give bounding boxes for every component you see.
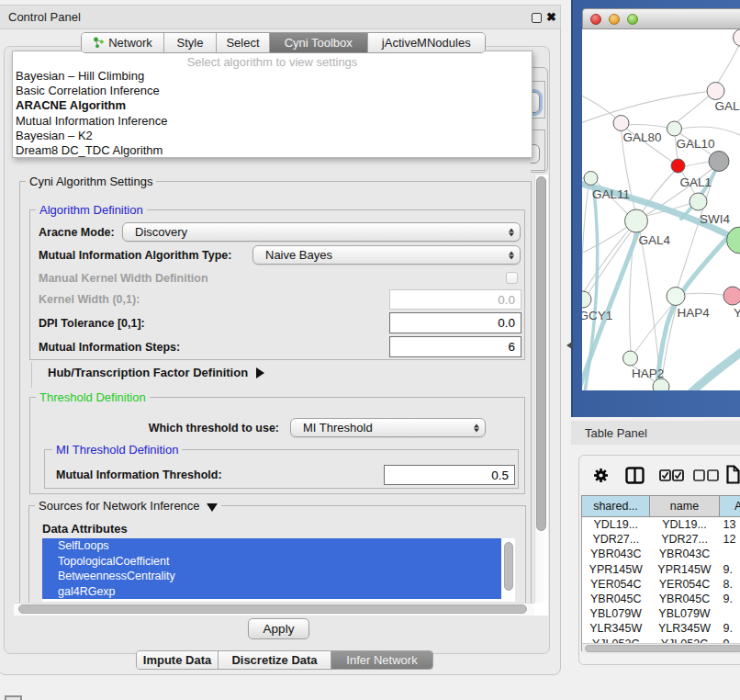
network-node-node-pink[interactable]	[723, 287, 740, 305]
network-node-GAL11[interactable]	[584, 172, 598, 186]
tab-impute-data[interactable]: Impute Data	[137, 651, 219, 669]
apply-button[interactable]: Apply	[248, 618, 309, 639]
list-item[interactable]: TopologicalCoefficient	[42, 554, 501, 570]
table-cell	[720, 606, 740, 621]
table-row[interactable]: YLR345WYLR345W9.	[582, 621, 740, 636]
tab-jactivemnodules[interactable]: jActiveMNodules	[368, 33, 486, 52]
mi-threshold-field[interactable]: 0.5	[384, 465, 515, 485]
collapse-arrow-icon[interactable]	[207, 503, 218, 512]
sources-title-row[interactable]: Sources for Network Inference	[35, 499, 221, 513]
network-view[interactable]: GAL7GAL80GAL10GAL1GAL11SWI4GAL4GCY1HAP4Y…	[582, 29, 740, 390]
tab-network[interactable]: Network	[82, 33, 164, 52]
table-header-row[interactable]: shared...nameA	[582, 496, 740, 517]
network-node-node-gray[interactable]	[709, 152, 729, 172]
aracne-mode-combo[interactable]: Discovery	[122, 222, 521, 242]
float-window-icon[interactable]	[532, 13, 542, 23]
network-edge[interactable]	[687, 349, 740, 390]
table-cell: YBR043C	[650, 547, 720, 561]
split-columns-icon[interactable]	[625, 467, 645, 484]
combo-arrows-icon	[509, 251, 514, 259]
tab-discretize-data[interactable]: Discretize Data	[219, 651, 331, 669]
mac-close-button[interactable]	[590, 14, 601, 25]
kernel-width-label: Kernel Width (0,1):	[39, 293, 140, 306]
column-header[interactable]: A	[720, 496, 740, 517]
which-threshold-value: MI Threshold	[303, 421, 373, 435]
column-header[interactable]: shared...	[582, 496, 650, 517]
table-cell: YER054C	[650, 577, 720, 592]
network-node-GAL80[interactable]	[613, 116, 629, 131]
control-panel-titlebar[interactable]	[0, 5, 561, 29]
column-header[interactable]: name	[650, 496, 720, 517]
network-edge[interactable]	[584, 184, 598, 390]
dropdown-item[interactable]: Dream8 DC_TDC Algorithm	[13, 143, 532, 158]
table-row[interactable]: YDR27...YDR27...12	[582, 532, 740, 547]
list-scrollbar-thumb[interactable]	[504, 542, 513, 591]
node-label-GAL7: GAL7	[715, 99, 740, 113]
tab-style[interactable]: Style	[164, 33, 217, 52]
network-node-GAL10[interactable]	[667, 121, 682, 136]
list-item[interactable]: SelfLoops	[42, 538, 501, 554]
network-window-titlebar[interactable]	[582, 8, 740, 29]
network-edge[interactable]	[717, 43, 740, 84]
hub-definition-row[interactable]: Hub/Transcription Factor Definition	[48, 366, 264, 379]
table-row[interactable]: YBR045CYBR045C9.	[582, 592, 740, 606]
mac-minimize-button[interactable]	[609, 14, 620, 25]
dropdown-item[interactable]: Mutual Information Inference	[13, 114, 532, 129]
minimized-window-icon[interactable]	[5, 695, 22, 700]
network-edge[interactable]	[582, 186, 589, 291]
document-icon[interactable]	[726, 465, 740, 484]
which-threshold-combo[interactable]: MI Threshold	[290, 418, 486, 437]
node-table[interactable]: shared...nameA YDL19...YDL19...13YDR27..…	[581, 495, 740, 651]
list-item[interactable]: gal4RGexp	[42, 584, 501, 600]
settings-hscrollbar-thumb[interactable]	[18, 604, 527, 614]
network-node-GAL1[interactable]	[671, 159, 685, 173]
network-node-HAP4[interactable]	[667, 288, 685, 306]
network-edge[interactable]	[640, 231, 660, 378]
network-node-GAL7[interactable]	[707, 83, 724, 100]
combo-arrows-icon	[474, 423, 479, 432]
table-cell: YDR27...	[582, 532, 650, 547]
data-attributes-list[interactable]: SelfLoopsTopologicalCoefficientBetweenne…	[42, 538, 515, 602]
table-row[interactable]: YDL19...YDL19...13	[582, 517, 740, 533]
tab-cyni-toolbox[interactable]: Cyni Toolbox	[270, 33, 368, 52]
gear-icon[interactable]	[593, 468, 609, 483]
network-node-GCY1[interactable]	[582, 291, 591, 308]
dropdown-item[interactable]: Basic Correlation Inference	[13, 84, 532, 98]
kernel-width-field[interactable]: 0.0	[389, 289, 521, 310]
table-row[interactable]: YBR043CYBR043C	[582, 547, 740, 561]
settings-vscrollbar-thumb[interactable]	[536, 176, 546, 531]
manual-kernel-checkbox[interactable]	[506, 272, 518, 284]
dropdown-item[interactable]: Bayesian – K2	[13, 129, 532, 143]
network-node-HAP2[interactable]	[623, 351, 638, 366]
tab-label: jActiveMNodules	[382, 36, 471, 50]
unchecked-boxes-icon[interactable]	[693, 469, 719, 481]
network-node-GAL4[interactable]	[625, 209, 648, 232]
table-row[interactable]: YBL079WYBL079W	[582, 606, 740, 621]
dropdown-item[interactable]: ARACNE Algorithm	[13, 98, 532, 113]
table-row[interactable]: YPR145WYPR145W9.	[582, 562, 740, 577]
table-cell: 9.	[720, 592, 740, 606]
close-icon[interactable]: ✖	[546, 10, 556, 24]
expand-arrow-icon[interactable]	[256, 367, 264, 378]
network-edge[interactable]	[582, 227, 627, 261]
network-node-node-green[interactable]	[727, 227, 740, 254]
table-hscrollbar-thumb[interactable]	[585, 645, 740, 652]
tab-infer-network[interactable]: Infer Network	[331, 651, 432, 669]
mi-steps-field[interactable]: 6	[389, 336, 521, 357]
network-edge[interactable]	[684, 293, 723, 295]
dropdown-item[interactable]: Bayesian – Hill Climbing	[13, 69, 532, 84]
table-row[interactable]: YER054CYER054C8.	[582, 577, 740, 592]
list-item[interactable]: BetweennessCentrality	[42, 569, 501, 584]
network-node-node-bottom[interactable]	[653, 378, 669, 390]
network-node-SWI4[interactable]	[690, 193, 707, 210]
dpi-tolerance-field[interactable]: 0.0	[389, 312, 521, 333]
tab-select[interactable]: Select	[217, 33, 270, 52]
checked-boxes-icon[interactable]	[659, 469, 684, 481]
panel-collapse-arrow[interactable]	[566, 342, 572, 349]
mi-type-value: Naive Bayes	[265, 248, 332, 262]
network-edge[interactable]	[622, 124, 667, 128]
network-edge[interactable]	[684, 162, 709, 166]
network-node-node-top[interactable]	[734, 29, 740, 47]
mi-type-combo[interactable]: Naive Bayes	[252, 245, 521, 265]
mac-zoom-button[interactable]	[627, 14, 638, 25]
